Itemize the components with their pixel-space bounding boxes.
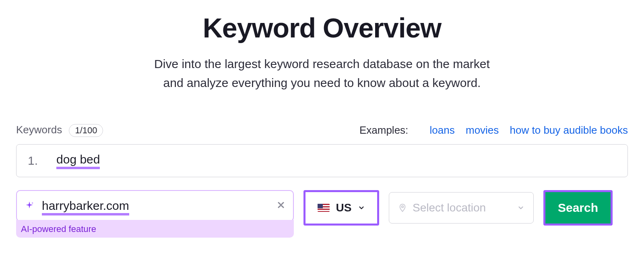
clear-icon[interactable] — [276, 200, 286, 212]
subtitle-line-1: Dive into the largest keyword research d… — [154, 57, 490, 70]
country-code: US — [336, 201, 352, 214]
keywords-meta-row: Keywords 1/100 Examples: loans movies ho… — [16, 124, 628, 137]
keywords-count-badge: 1/100 — [69, 124, 103, 137]
example-link-loans[interactable]: loans — [430, 124, 455, 136]
ai-domain-input[interactable]: harrybarker.com — [16, 190, 294, 222]
location-placeholder: Select location — [413, 201, 486, 214]
search-button[interactable]: Search — [545, 192, 611, 224]
examples-wrap: Examples: loans movies how to buy audibl… — [359, 124, 628, 137]
keyword-text: dog bed — [56, 153, 100, 169]
search-button-highlight: Search — [543, 190, 613, 226]
location-selector[interactable]: Select location — [389, 192, 534, 224]
ai-caption-wrap: AI-powered feature — [16, 220, 294, 238]
page-title: Keyword Overview — [16, 12, 628, 43]
ai-domain-block: harrybarker.com AI-powered feature — [16, 190, 294, 238]
ai-domain-text: harrybarker.com — [42, 199, 129, 215]
svg-point-0 — [402, 206, 404, 208]
country-selector[interactable]: US — [305, 192, 377, 224]
keywords-label: Keywords — [16, 124, 62, 136]
subtitle-line-2: and analyze everything you need to know … — [163, 76, 481, 89]
us-flag-icon — [318, 204, 330, 212]
example-link-movies[interactable]: movies — [466, 124, 499, 136]
controls-row: harrybarker.com AI-powered feature US — [16, 190, 628, 238]
page-subtitle: Dive into the largest keyword research d… — [16, 55, 628, 92]
examples-label: Examples: — [359, 124, 408, 136]
chevron-down-icon — [358, 204, 365, 211]
ai-caption: AI-powered feature — [21, 224, 96, 234]
sparkle-icon — [24, 201, 35, 211]
ai-domain-value: harrybarker.com — [42, 199, 269, 213]
example-link-audible[interactable]: how to buy audible books — [510, 124, 628, 136]
keyword-overview-page: Keyword Overview Dive into the largest k… — [0, 0, 644, 238]
keyword-input-box[interactable]: 1. dog bed — [16, 144, 628, 177]
country-selector-highlight: US — [303, 190, 379, 226]
location-pin-icon — [398, 203, 407, 212]
keywords-label-wrap: Keywords 1/100 — [16, 124, 103, 137]
keyword-index: 1. — [28, 154, 38, 168]
chevron-down-icon — [517, 204, 524, 211]
